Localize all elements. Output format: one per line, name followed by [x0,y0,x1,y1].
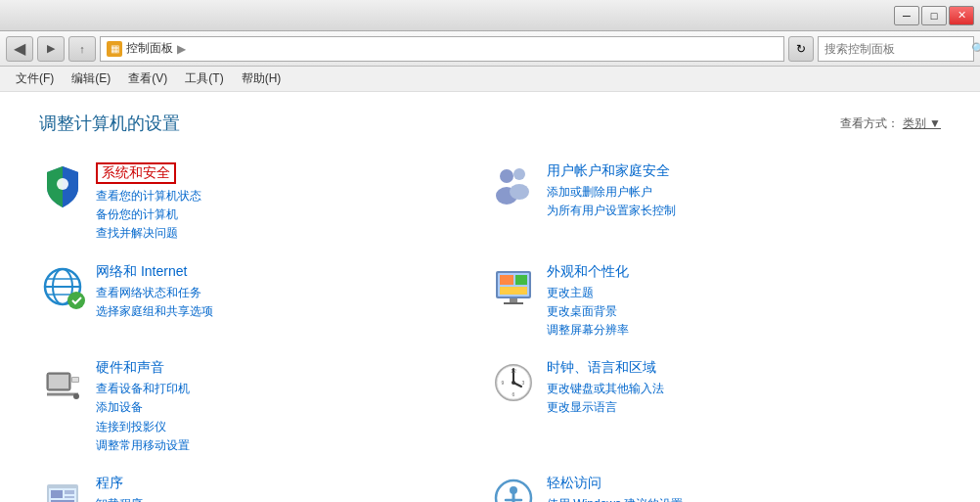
user-account-title[interactable]: 用户帐户和家庭安全 [547,162,929,180]
svg-rect-37 [65,496,74,498]
system-security-content: 系统和安全 查看您的计算机状态 备份您的计算机 查找并解决问题 [96,162,478,244]
user-account-icon [490,162,537,209]
svg-text:6: 6 [512,391,515,397]
category-network: 网络和 Internet 查看网络状态和任务 选择家庭组和共享选项 [39,255,490,352]
system-security-link-2[interactable]: 备份您的计算机 [96,205,478,224]
address-path[interactable]: ▦ 控制面板 ▶ [100,36,784,62]
page-title: 调整计算机的设置 [39,112,180,135]
minimize-button[interactable]: ─ [894,6,919,25]
network-title[interactable]: 网络和 Internet [96,263,478,281]
system-security-title[interactable]: 系统和安全 [96,162,176,184]
search-box[interactable]: 🔍 [818,36,974,62]
svg-rect-15 [500,287,527,295]
path-separator: ▶ [177,42,186,56]
category-user-account: 用户帐户和家庭安全 添加或删除用户帐户 为所有用户设置家长控制 [490,155,941,255]
search-input[interactable] [824,42,971,56]
svg-point-1 [500,169,513,183]
accessibility-link-1[interactable]: 使用 Windows 建议的设置 [547,495,929,502]
svg-rect-14 [515,275,527,285]
svg-rect-21 [72,378,78,382]
categories-grid: 系统和安全 查看您的计算机状态 备份您的计算机 查找并解决问题 用户帐户和家庭安… [39,155,941,502]
path-root: 控制面板 [126,40,173,57]
content-area: 调整计算机的设置 查看方式： 类别 ▼ 系统和安全 查看您的计算机状态 备份您的… [0,92,980,502]
appearance-title[interactable]: 外观和个性化 [547,263,929,281]
path-icon: ▦ [107,41,122,57]
user-account-content: 用户帐户和家庭安全 添加或删除用户帐户 为所有用户设置家长控制 [547,162,929,220]
menu-view[interactable]: 查看(V) [120,68,175,89]
system-security-link-3[interactable]: 查找并解决问题 [96,224,478,243]
hardware-link-1[interactable]: 查看设备和打印机 [96,380,478,398]
menu-bar: 文件(F) 编辑(E) 查看(V) 工具(T) 帮助(H) [0,67,980,92]
accessibility-icon [490,475,537,502]
svg-rect-36 [65,490,74,494]
svg-point-28 [512,381,515,385]
search-icon: 🔍 [971,42,980,56]
svg-rect-16 [510,298,517,302]
user-account-link-1[interactable]: 添加或删除用户帐户 [547,183,929,202]
category-appearance: 外观和个性化 更改主题 更改桌面背景 调整屏幕分辨率 [490,255,941,352]
appearance-link-3[interactable]: 调整屏幕分辨率 [547,321,929,340]
window-controls: ─ □ ✕ [894,6,974,25]
svg-text:9: 9 [502,380,505,386]
svg-rect-17 [504,302,523,304]
program-title[interactable]: 程序 [96,475,478,492]
hardware-icon [39,359,86,406]
back-button[interactable]: ◀ [6,36,33,62]
menu-file[interactable]: 文件(F) [8,68,62,89]
svg-point-0 [57,178,68,190]
appearance-icon [490,263,537,310]
program-content: 程序 卸载程序 [96,475,478,502]
svg-point-3 [513,168,525,180]
up-button[interactable]: ↑ [68,36,96,62]
menu-edit[interactable]: 编辑(E) [64,68,118,89]
svg-point-10 [67,292,85,309]
accessibility-title[interactable]: 轻松访问 [547,475,929,492]
user-account-link-2[interactable]: 为所有用户设置家长控制 [547,202,929,220]
appearance-content: 外观和个性化 更改主题 更改桌面背景 调整屏幕分辨率 [547,263,929,341]
close-button[interactable]: ✕ [949,6,974,25]
menu-help[interactable]: 帮助(H) [234,68,290,89]
svg-rect-13 [500,275,513,285]
accessibility-content: 轻松访问 使用 Windows 建议的设置 优化视频显示 [547,475,929,502]
refresh-button[interactable]: ↻ [788,36,814,62]
maximize-button[interactable]: □ [921,6,947,25]
system-security-icon [39,162,86,209]
appearance-link-1[interactable]: 更改主题 [547,284,929,302]
hardware-link-2[interactable]: 添加设备 [96,398,478,417]
network-link-1[interactable]: 查看网络状态和任务 [96,284,478,302]
svg-rect-35 [51,490,63,498]
clock-content: 时钟、语言和区域 更改键盘或其他输入法 更改显示语言 [547,359,929,417]
title-bar: ─ □ ✕ [0,0,980,31]
clock-link-2[interactable]: 更改显示语言 [547,398,929,417]
svg-text:12: 12 [511,368,516,374]
address-bar: ◀ ▶ ↑ ▦ 控制面板 ▶ ↻ 🔍 [0,31,980,67]
hardware-content: 硬件和声音 查看设备和打印机 添加设备 连接到投影仪 调整常用移动设置 [96,359,478,455]
system-security-link-1[interactable]: 查看您的计算机状态 [96,187,478,205]
category-hardware: 硬件和声音 查看设备和打印机 添加设备 连接到投影仪 调整常用移动设置 [39,351,490,467]
program-icon [39,475,86,502]
clock-title[interactable]: 时钟、语言和区域 [547,359,929,377]
hardware-title[interactable]: 硬件和声音 [96,359,478,377]
network-content: 网络和 Internet 查看网络状态和任务 选择家庭组和共享选项 [96,263,478,321]
network-link-2[interactable]: 选择家庭组和共享选项 [96,302,478,321]
menu-tools[interactable]: 工具(T) [177,68,231,89]
category-program: 程序 卸载程序 [39,467,490,502]
appearance-link-2[interactable]: 更改桌面背景 [547,302,929,321]
category-clock: 12 3 6 9 时钟、语言和区域 更改键盘或其他输入法 更改显示语言 [490,351,941,467]
svg-rect-19 [49,375,68,388]
program-link-1[interactable]: 卸载程序 [96,495,478,502]
clock-icon: 12 3 6 9 [490,359,537,406]
hardware-link-3[interactable]: 连接到投影仪 [96,418,478,436]
view-label: 查看方式： [840,115,899,132]
view-selector: 查看方式： 类别 ▼ [840,115,941,132]
content-header: 调整计算机的设置 查看方式： 类别 ▼ [39,112,941,135]
category-system-security: 系统和安全 查看您的计算机状态 备份您的计算机 查找并解决问题 [39,155,490,255]
category-accessibility: 轻松访问 使用 Windows 建议的设置 优化视频显示 [490,467,941,502]
svg-point-23 [73,393,79,399]
clock-link-1[interactable]: 更改键盘或其他输入法 [547,380,929,398]
svg-text:3: 3 [522,380,525,386]
hardware-link-4[interactable]: 调整常用移动设置 [96,436,478,455]
view-type-button[interactable]: 类别 ▼ [903,115,941,132]
svg-point-4 [510,184,529,200]
forward-button[interactable]: ▶ [37,36,65,62]
